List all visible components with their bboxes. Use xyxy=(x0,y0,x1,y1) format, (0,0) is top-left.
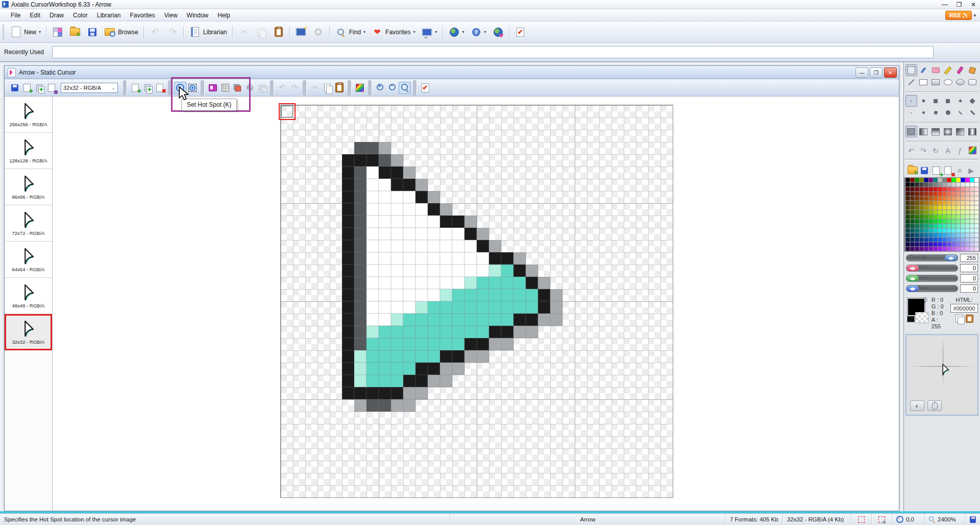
brush-shape-slash-small[interactable] xyxy=(954,107,966,118)
pixel-cell[interactable] xyxy=(464,228,477,240)
palette-color-cell[interactable] xyxy=(933,219,938,224)
pixel-cell[interactable] xyxy=(366,387,379,399)
pixel-cell[interactable] xyxy=(440,301,452,314)
palette-color-cell[interactable] xyxy=(956,192,961,196)
pixel-cell[interactable] xyxy=(415,375,428,387)
palette-color-cell[interactable] xyxy=(924,247,928,251)
palette-color-cell[interactable] xyxy=(956,178,961,182)
pixel-cell[interactable] xyxy=(440,277,452,289)
blue-slider-arrows[interactable]: ◀▶ xyxy=(906,285,919,292)
palette-color-cell[interactable] xyxy=(938,210,942,214)
palette-color-cell[interactable] xyxy=(974,187,979,192)
pixel-cell[interactable] xyxy=(513,265,526,277)
set-hotspot-button[interactable] xyxy=(174,82,186,94)
palette-save-button[interactable] xyxy=(919,164,930,176)
flood-fill-tool[interactable] xyxy=(967,64,978,76)
palette-color-cell[interactable] xyxy=(928,205,933,210)
palette-color-cell[interactable] xyxy=(933,224,938,228)
html-color-field[interactable]: #000000 xyxy=(950,304,978,313)
palette-color-cell[interactable] xyxy=(905,182,910,187)
pixel-cell[interactable] xyxy=(403,289,415,301)
palette-color-cell[interactable] xyxy=(974,182,979,187)
palette-color-cell[interactable] xyxy=(915,178,919,182)
pixel-cell[interactable] xyxy=(379,277,391,289)
palette-color-cell[interactable] xyxy=(942,205,947,210)
pixel-cell[interactable] xyxy=(366,179,379,191)
pixel-cell[interactable] xyxy=(415,314,428,326)
restore-button[interactable]: ❐ xyxy=(955,1,963,8)
palette-color-cell[interactable] xyxy=(970,187,974,192)
pixel-cell[interactable] xyxy=(501,289,513,301)
pixel-cell[interactable] xyxy=(342,203,354,216)
pixel-cell[interactable] xyxy=(428,277,440,289)
pencil-tool[interactable] xyxy=(942,64,954,76)
palette-color-cell[interactable] xyxy=(965,224,970,228)
fill-style-gradient-horizontal[interactable] xyxy=(918,126,929,137)
pixel-cell[interactable] xyxy=(415,191,428,203)
palette-color-cell[interactable] xyxy=(942,187,947,192)
test-cursor-button[interactable] xyxy=(419,82,431,94)
menu-favorites[interactable]: Favorites xyxy=(125,10,159,20)
settings-button[interactable]: ▾ xyxy=(310,25,327,40)
pixel-cell[interactable] xyxy=(550,289,562,301)
palette-color-cell[interactable] xyxy=(965,237,970,242)
palette-color-cell[interactable] xyxy=(951,237,956,242)
palette-color-cell[interactable] xyxy=(970,214,974,219)
rotate-angle-tool[interactable]: ↻ xyxy=(930,145,942,156)
palette-color-cell[interactable] xyxy=(951,205,956,210)
pixel-cell[interactable] xyxy=(428,191,440,203)
rss-dropdown-icon[interactable]: ▾ xyxy=(973,13,976,18)
pixel-cell[interactable] xyxy=(391,166,403,179)
palette-color-cell[interactable] xyxy=(956,242,961,247)
palette-color-cell[interactable] xyxy=(933,210,938,214)
palette-color-cell[interactable] xyxy=(970,205,974,210)
palette-delete-button[interactable] xyxy=(942,164,953,176)
pixel-cell[interactable] xyxy=(379,387,391,399)
palette-color-cell[interactable] xyxy=(910,237,915,242)
copy-button[interactable]: ▾ xyxy=(253,25,270,40)
palette-color-cell[interactable] xyxy=(910,201,915,205)
format-item-72[interactable]: 72x72 - RGB/A xyxy=(5,205,52,242)
pixel-cell[interactable] xyxy=(366,289,379,301)
pixel-cell[interactable] xyxy=(428,216,440,228)
palette-color-cell[interactable] xyxy=(947,247,951,251)
palette-color-cell[interactable] xyxy=(905,224,910,228)
pixel-cell[interactable] xyxy=(366,375,379,387)
palette-color-cell[interactable] xyxy=(956,210,961,214)
pixel-cell[interactable] xyxy=(477,350,489,363)
palette-color-cell[interactable] xyxy=(951,233,956,237)
palette-color-cell[interactable] xyxy=(919,242,924,247)
pixel-cell[interactable] xyxy=(428,265,440,277)
fill-style-gradient-vertical[interactable] xyxy=(930,126,942,137)
palette-color-cell[interactable] xyxy=(951,201,956,205)
pixel-cell[interactable] xyxy=(415,301,428,314)
palette-color-cell[interactable] xyxy=(910,214,915,219)
pixel-cell[interactable] xyxy=(391,203,403,216)
format-item-96[interactable]: 96x96 - RGB/A xyxy=(5,169,52,205)
brush-shape-circle-large[interactable] xyxy=(942,107,954,118)
pixel-cell[interactable] xyxy=(428,350,440,363)
pixel-cell[interactable] xyxy=(366,338,379,350)
palette-color-cell[interactable] xyxy=(933,237,938,242)
palette-color-cell[interactable] xyxy=(942,242,947,247)
palette-color-cell[interactable] xyxy=(933,214,938,219)
palette-color-cell[interactable] xyxy=(933,187,938,192)
rotate-flip-tool[interactable]: ↶ xyxy=(905,145,917,156)
pixel-cell[interactable] xyxy=(403,179,415,191)
palette-color-cell[interactable] xyxy=(919,219,924,224)
pixel-cell[interactable] xyxy=(366,166,379,179)
palette-color-cell[interactable] xyxy=(910,242,915,247)
palette-color-cell[interactable] xyxy=(933,182,938,187)
pixel-cell[interactable] xyxy=(428,326,440,338)
undo-button[interactable]: ▾ xyxy=(146,25,164,40)
draw-opaque-button[interactable] xyxy=(243,82,256,94)
pixel-cell[interactable] xyxy=(538,277,550,289)
palette-color-cell[interactable] xyxy=(947,187,951,192)
pixel-cell[interactable] xyxy=(379,142,391,154)
palette-color-cell[interactable] xyxy=(947,233,951,237)
doc-save-button[interactable] xyxy=(9,82,21,94)
palette-color-cell[interactable] xyxy=(924,205,928,210)
palette-color-cell[interactable] xyxy=(915,224,919,228)
palette-color-cell[interactable] xyxy=(915,237,919,242)
palette-color-cell[interactable] xyxy=(938,187,942,192)
